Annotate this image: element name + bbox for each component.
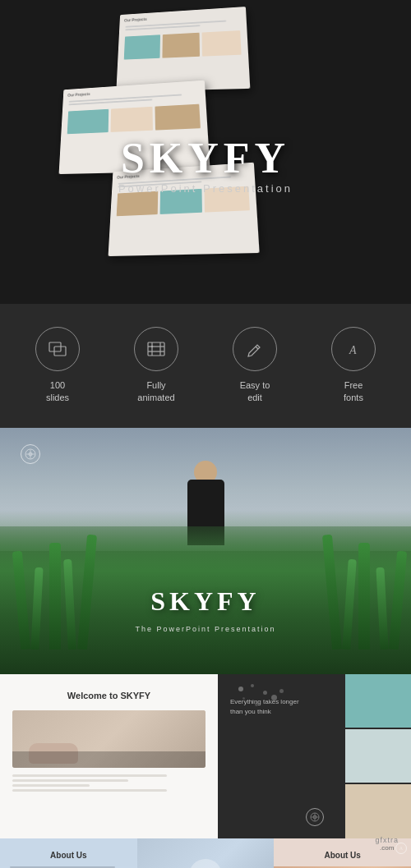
about-us-pink-title: About Us [274,851,411,860]
feature-animated-label: Fullyanimated [137,379,174,405]
features-section: 100slides Fullyanimated Easy toedit [0,304,411,428]
quote-slide-quote: Everything takes longer than you think [230,697,312,717]
feature-edit: Easy toedit [233,327,277,405]
svg-point-7 [151,346,153,347]
edit-icon-circle [233,327,277,371]
middle-bottom-slide: ✿ [137,838,275,868]
color-bars [345,674,411,838]
quote-slide: Everything takes longer than you think [218,674,411,838]
quote-text: Everything takes longer than you think [230,697,312,717]
feature-slides: 100slides [35,327,80,405]
feature-edit-label: Easy toedit [240,379,270,405]
two-col-section: Welcome to SKYFY Everything takes longe [0,674,411,838]
fonts-icon-circle: A [331,327,376,371]
feature-slides-label: 100slides [46,379,69,405]
welcome-slide-title: Welcome to SKYFY [12,691,206,700]
feature-fonts-label: Freefonts [344,379,363,405]
welcome-slide-image [12,710,206,768]
animated-icon-circle [134,327,178,371]
hero-title: SKYFY [121,134,290,182]
slide-preview-logo: SKYFY [150,586,260,617]
hero-section: Our Projects Our Projects Our Projects [0,0,411,304]
slide-card-1: Our Projects [116,7,250,92]
feature-fonts: A Freefonts [331,327,376,405]
feature-animated: Fullyanimated [134,327,178,405]
slide-preview-tagline: The PowerPoint Presentation [135,625,275,633]
about-us-blue-title: About Us [0,851,137,860]
dark-slide-dot-icon [306,808,324,826]
watermark: gfxtra .com [375,836,399,852]
welcome-slide-text [12,774,206,792]
hero-subtitle: PowerPoint Presentation [118,182,293,195]
slide-preview-dot-icon [21,444,40,464]
slide-preview-section: SKYFY The PowerPoint Presentation [0,428,411,674]
welcome-slide: Welcome to SKYFY [0,674,218,838]
about-us-blue-slide: About Us [0,838,137,868]
slides-icon-circle [35,327,80,371]
svg-rect-2 [148,342,164,356]
svg-text:A: A [349,344,357,356]
three-col-section: About Us ✿ About Us [0,838,411,868]
